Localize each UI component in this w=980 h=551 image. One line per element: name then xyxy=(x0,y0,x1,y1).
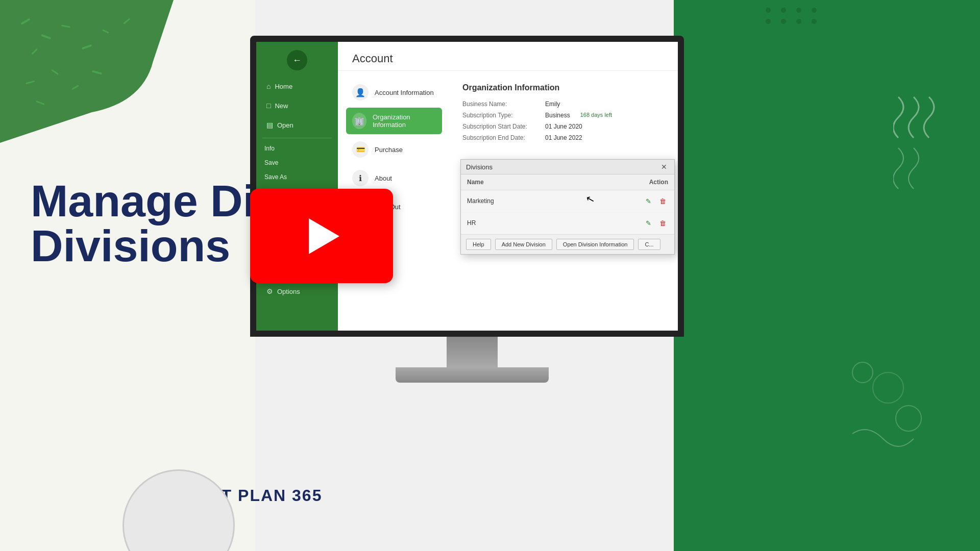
purchase-label: Purchase xyxy=(375,146,403,154)
col-header-action: Action xyxy=(570,174,674,190)
sidebar-item-save[interactable]: Save xyxy=(256,156,338,170)
svg-point-14 xyxy=(896,406,921,431)
delete-button-0[interactable]: 🗑 xyxy=(657,195,668,207)
sidebar-item-new[interactable]: □ New xyxy=(258,96,336,115)
sidebar: ← ⌂ Home □ New ▤ Open Info Save Save As xyxy=(256,42,338,331)
action-col-1: ✎ 🗑 xyxy=(570,212,674,234)
new-icon: □ xyxy=(266,102,271,110)
edit-button-0[interactable]: ✎ xyxy=(643,195,654,207)
sidebar-item-open[interactable]: ▤ Open xyxy=(258,116,336,134)
modal-title: Divisions xyxy=(466,163,493,171)
menu-item-purchase[interactable]: 💳 Purchase xyxy=(346,136,442,163)
close-modal-button[interactable]: C... xyxy=(638,239,660,250)
modal-close-button[interactable]: ✕ xyxy=(659,163,669,171)
field-value-2: 01 June 2020 xyxy=(545,123,582,130)
monitor-base xyxy=(396,367,549,383)
division-name-0: Marketing xyxy=(461,190,570,212)
division-name-1: HR xyxy=(461,212,570,234)
sidebar-label-home: Home xyxy=(275,83,292,90)
sidebar-item-info[interactable]: Info xyxy=(256,141,338,156)
about-label: About xyxy=(375,174,392,182)
home-icon: ⌂ xyxy=(266,82,271,90)
field-label-1: Subscription Type: xyxy=(462,112,539,119)
field-value-0: Emily xyxy=(545,101,560,108)
table-row: HR ✎ 🗑 xyxy=(461,212,674,234)
monitor-screen: ← ⌂ Home □ New ▤ Open Info Save Save As xyxy=(250,36,684,337)
sidebar-item-home[interactable]: ⌂ Home xyxy=(258,77,336,95)
table-header-row: Name Action xyxy=(461,174,674,190)
sidebar-item-options[interactable]: ⚙ Options xyxy=(258,282,336,300)
decorative-dots xyxy=(766,8,817,24)
sidebar-divider xyxy=(262,138,332,138)
org-info-icon: 🏢 xyxy=(352,113,366,129)
options-icon: ⚙ xyxy=(266,287,273,295)
bg-right xyxy=(674,0,980,551)
right-squiggles xyxy=(893,92,954,194)
field-label-2: Subscription Start Date: xyxy=(462,123,539,130)
menu-item-account-info[interactable]: 👤 Account Information xyxy=(346,79,442,106)
svg-point-13 xyxy=(873,372,903,403)
col-header-name: Name xyxy=(461,174,570,190)
field-label-3: Subscription End Date: xyxy=(462,134,539,141)
account-info-label: Account Information xyxy=(375,89,434,96)
menu-item-about[interactable]: ℹ About xyxy=(346,165,442,191)
delete-button-1[interactable]: 🗑 xyxy=(657,217,668,229)
days-left-badge: 168 days left xyxy=(580,112,612,119)
menu-item-org-info[interactable]: 🏢 Organization Information xyxy=(346,108,442,134)
back-button[interactable]: ← xyxy=(287,50,307,70)
modal-body: Name Action Marketing ✎ 🗑 xyxy=(461,174,674,234)
help-button[interactable]: Help xyxy=(466,239,491,250)
org-info-row-2: Subscription Start Date: 01 June 2020 xyxy=(462,123,666,130)
table-row: Marketing ✎ 🗑 xyxy=(461,190,674,212)
play-icon xyxy=(309,218,339,254)
action-icons-1: ✎ 🗑 xyxy=(576,217,668,229)
sidebar-item-save-as[interactable]: Save As xyxy=(256,170,338,184)
green-blob-decoration xyxy=(0,0,174,143)
org-info-row-0: Business Name: Emily xyxy=(462,101,666,108)
svg-point-12 xyxy=(852,362,873,383)
about-icon: ℹ xyxy=(352,170,369,186)
org-info-title: Organization Information xyxy=(462,83,666,92)
field-value-3: 01 June 2022 xyxy=(545,134,582,141)
field-label-0: Business Name: xyxy=(462,101,539,108)
divisions-table: Name Action Marketing ✎ 🗑 xyxy=(461,174,674,234)
sidebar-label-new: New xyxy=(275,102,288,110)
page-title: Account xyxy=(338,42,678,71)
sidebar-label-open: Open xyxy=(277,121,293,129)
edit-button-1[interactable]: ✎ xyxy=(643,217,654,229)
modal-titlebar: Divisions ✕ xyxy=(461,160,674,174)
field-value-1: Business xyxy=(545,112,570,119)
monitor-neck xyxy=(447,337,498,367)
modal-footer: Help Add New Division Open Division Info… xyxy=(461,234,674,254)
action-col-0: ✎ 🗑 xyxy=(570,190,674,212)
add-new-division-button[interactable]: Add New Division xyxy=(495,239,552,250)
purchase-icon: 💳 xyxy=(352,141,369,158)
sidebar-label-options: Options xyxy=(277,288,300,295)
org-info-row-3: Subscription End Date: 01 June 2022 xyxy=(462,134,666,141)
right-circles-decoration xyxy=(847,357,929,459)
account-info-icon: 👤 xyxy=(352,84,369,101)
youtube-play-button[interactable] xyxy=(250,189,393,283)
org-info-row-1: Subscription Type: Business 168 days lef… xyxy=(462,112,666,119)
open-icon: ▤ xyxy=(266,121,273,129)
org-info-label: Organization Information xyxy=(373,113,436,129)
open-division-info-button[interactable]: Open Division Information xyxy=(556,239,634,250)
divisions-modal: Divisions ✕ Name Action Marke xyxy=(460,159,675,255)
